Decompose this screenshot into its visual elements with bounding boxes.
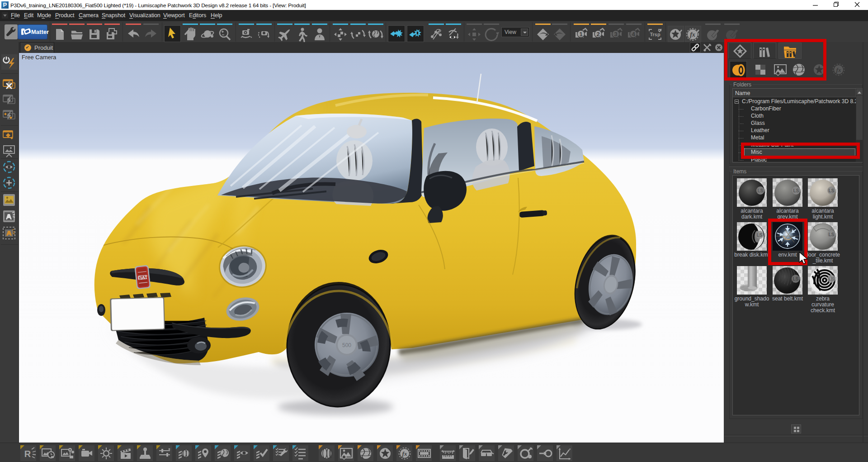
- svg-text:LS: LS: [757, 233, 763, 238]
- svg-text:LS: LS: [829, 276, 835, 281]
- svg-text:fx: fx: [402, 450, 407, 457]
- svg-text:3: 3: [614, 31, 617, 38]
- svg-text:LS: LS: [793, 188, 799, 193]
- svg-text:500: 500: [342, 342, 351, 348]
- svg-text:1: 1: [579, 31, 582, 38]
- svg-text:LS: LS: [758, 188, 764, 193]
- svg-text:fx: fx: [690, 31, 695, 38]
- svg-text:LS: LS: [793, 276, 799, 281]
- svg-text:R: R: [24, 449, 31, 459]
- svg-text:fx: fx: [836, 67, 841, 73]
- svg-text:Trsp: Trsp: [650, 32, 660, 37]
- svg-text:LS: LS: [829, 188, 835, 193]
- svg-text:2: 2: [596, 31, 599, 38]
- svg-text:FIAT: FIAT: [137, 275, 148, 281]
- svg-text:4: 4: [632, 31, 635, 38]
- svg-text:LS: LS: [829, 232, 835, 237]
